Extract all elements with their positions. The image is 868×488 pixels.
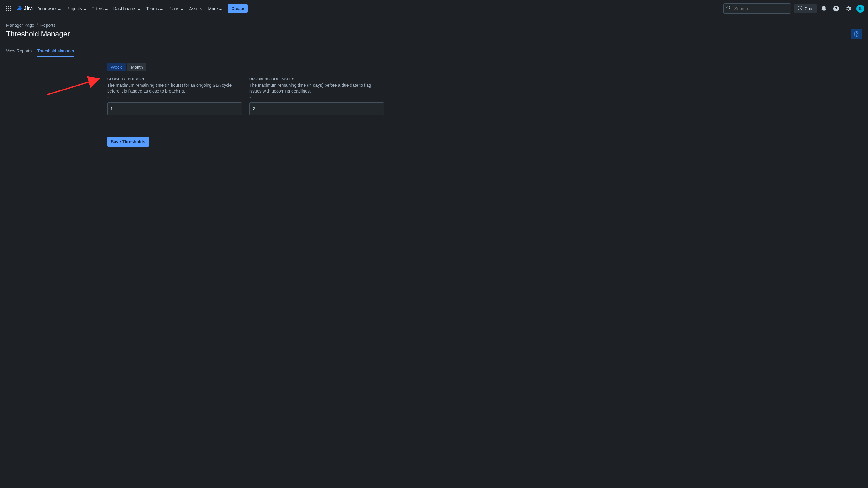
svg-point-3 <box>6 8 7 9</box>
tabs: View Reports Threshold Manager <box>6 46 862 57</box>
nav-projects[interactable]: Projects <box>64 5 88 12</box>
jira-logo-icon <box>16 5 23 12</box>
chat-label: Chat <box>804 6 813 11</box>
close-to-breach-input[interactable] <box>107 103 242 115</box>
svg-point-4 <box>8 8 9 9</box>
field-close-to-breach: CLOSE TO BREACH The maximum remaining ti… <box>107 77 242 115</box>
search-input-wrapper[interactable] <box>723 3 791 14</box>
search-input[interactable] <box>734 6 788 11</box>
avatar[interactable]: JL <box>856 5 864 12</box>
svg-point-5 <box>10 8 11 9</box>
field-description: The maximum remaining time (in days) bef… <box>249 82 384 94</box>
svg-point-8 <box>10 10 11 11</box>
nav-label: Assets <box>189 6 202 11</box>
upcoming-due-input[interactable] <box>249 103 384 115</box>
page-title-row: Threshold Manager <box>6 29 862 39</box>
breadcrumb-item[interactable]: Manager Page <box>6 23 34 28</box>
tab-view-reports[interactable]: View Reports <box>6 46 32 57</box>
threshold-fields: CLOSE TO BREACH The maximum remaining ti… <box>107 77 386 115</box>
nav-teams[interactable]: Teams <box>144 5 165 12</box>
nav-filters[interactable]: Filters <box>89 5 110 12</box>
create-button[interactable]: Create <box>227 4 248 12</box>
field-title: UPCOMING DUE ISSUES <box>249 77 384 81</box>
tab-threshold-manager[interactable]: Threshold Manager <box>37 46 74 57</box>
breadcrumb-item[interactable]: Reports <box>40 23 56 28</box>
nav-label: Dashboards <box>113 6 136 11</box>
app-switcher-icon[interactable] <box>4 4 13 13</box>
chevron-down-icon <box>219 7 221 10</box>
search-icon <box>726 5 731 11</box>
chevron-down-icon <box>137 7 140 10</box>
save-thresholds-button[interactable]: Save Thresholds <box>107 137 149 146</box>
required-indicator: * <box>249 96 384 101</box>
help-icon[interactable] <box>831 4 841 13</box>
notifications-icon[interactable] <box>819 4 829 13</box>
svg-point-1 <box>8 6 9 7</box>
field-title: CLOSE TO BREACH <box>107 77 242 81</box>
chat-icon <box>798 5 802 11</box>
nav-label: Your work <box>38 6 57 11</box>
period-week[interactable]: Week <box>107 63 126 71</box>
chevron-down-icon <box>181 7 183 10</box>
chat-button[interactable]: Chat <box>795 4 816 13</box>
svg-point-0 <box>6 6 7 7</box>
nav-label: More <box>208 6 218 11</box>
content: Week Month CLOSE TO BREACH The maximum r… <box>6 57 386 146</box>
svg-point-7 <box>8 10 9 11</box>
nav-label: Filters <box>92 6 103 11</box>
nav-more[interactable]: More <box>206 5 224 12</box>
nav-plans[interactable]: Plans <box>166 5 185 12</box>
page-title: Threshold Manager <box>6 30 70 38</box>
required-indicator: * <box>107 96 242 101</box>
chevron-down-icon <box>58 7 60 10</box>
page-help-button[interactable] <box>851 29 862 39</box>
period-month[interactable]: Month <box>127 63 147 71</box>
nav-dashboards[interactable]: Dashboards <box>111 5 143 12</box>
svg-point-6 <box>6 10 7 11</box>
nav-label: Projects <box>66 6 82 11</box>
top-nav-left: Jira Your work Projects Filters Dashboar… <box>4 4 248 13</box>
field-description: The maximum remaining time (in hours) fo… <box>107 82 242 94</box>
chevron-down-icon <box>83 7 86 10</box>
nav-label: Teams <box>146 6 159 11</box>
breadcrumb: Manager Page / Reports <box>6 23 862 28</box>
chevron-down-icon <box>105 7 107 10</box>
field-upcoming-due: UPCOMING DUE ISSUES The maximum remainin… <box>249 77 384 115</box>
settings-icon[interactable] <box>843 4 853 13</box>
breadcrumb-separator: / <box>37 23 38 28</box>
jira-logo-text: Jira <box>24 6 33 11</box>
period-toggle: Week Month <box>107 63 386 71</box>
top-nav: Jira Your work Projects Filters Dashboar… <box>0 0 868 17</box>
nav-label: Plans <box>168 6 179 11</box>
jira-logo[interactable]: Jira <box>15 5 34 12</box>
svg-point-2 <box>10 6 11 7</box>
page: Manager Page / Reports Threshold Manager… <box>0 17 868 152</box>
chevron-down-icon <box>160 7 162 10</box>
nav-assets[interactable]: Assets <box>187 5 205 12</box>
nav-your-work[interactable]: Your work <box>35 5 63 12</box>
